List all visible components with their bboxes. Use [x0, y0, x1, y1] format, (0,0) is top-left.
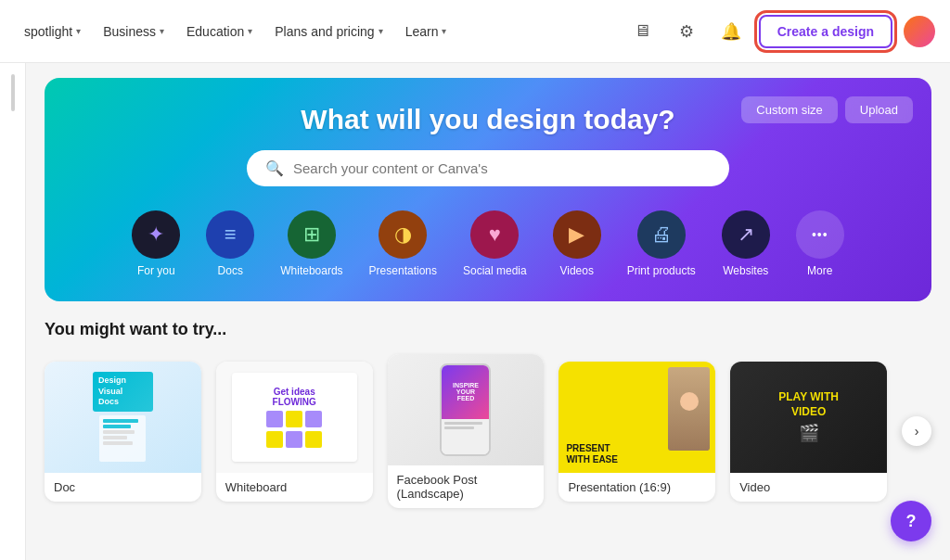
- doc-mini-bars: [99, 415, 146, 462]
- plans-chevron-icon: ▾: [379, 26, 383, 36]
- category-websites[interactable]: ↗ Websites: [709, 205, 783, 283]
- videos-label: Videos: [559, 264, 593, 277]
- wb-text: Get ideasFLOWING: [273, 387, 316, 407]
- pres-text: PRESENTWITH EASE: [566, 443, 618, 465]
- category-row: ✦ For you ≡ Docs ⊞ Whiteboards ◑ Present…: [67, 205, 909, 283]
- category-foryou[interactable]: ✦ For you: [119, 205, 193, 283]
- more-label: More: [807, 264, 832, 277]
- search-input[interactable]: [293, 160, 711, 176]
- notifications-icon[interactable]: 🔔: [714, 15, 748, 48]
- nav-right: 🖥 ⚙ 🔔 Create a design: [625, 15, 935, 48]
- doc-card-label: Doc: [45, 473, 201, 502]
- suggestions-title: You might want to try...: [45, 320, 931, 339]
- upload-button[interactable]: Upload: [845, 96, 913, 123]
- fb-card-label: Facebook Post (Landscape): [388, 465, 545, 508]
- sidebar: [0, 63, 26, 560]
- nav-left: spotlight ▾ Business ▾ Education ▾ Plans…: [15, 19, 456, 45]
- category-more[interactable]: ••• More: [783, 205, 857, 283]
- category-videos[interactable]: ▶ Videos: [540, 205, 614, 283]
- whiteboard-thumbnail: Get ideasFLOWING: [216, 362, 373, 473]
- phone-mockup: INSPIREYOURFEED: [440, 363, 491, 456]
- category-presentations[interactable]: ◑ Presentations: [356, 205, 450, 283]
- card-facebook-post[interactable]: INSPIREYOURFEED Facebook Post (Landscape…: [388, 354, 545, 508]
- category-whiteboards[interactable]: ⊞ Whiteboards: [267, 205, 355, 283]
- pres-person: [668, 367, 710, 451]
- nav-learn[interactable]: Learn ▾: [396, 19, 456, 45]
- category-docs[interactable]: ≡ Docs: [193, 205, 267, 283]
- nav-education[interactable]: Education ▾: [177, 19, 262, 45]
- whiteboards-label: Whiteboards: [280, 264, 342, 277]
- docs-icon: ≡: [206, 210, 254, 259]
- card-presentation[interactable]: PRESENTWITH EASE Presentation (16:9): [558, 362, 715, 502]
- settings-icon[interactable]: ⚙: [670, 15, 703, 48]
- presentations-label: Presentations: [369, 264, 437, 277]
- whiteboards-icon: ⊞: [288, 210, 336, 259]
- websites-label: Websites: [723, 264, 768, 277]
- fb-thumbnail: INSPIREYOURFEED: [388, 354, 545, 465]
- hero-banner: Custom size Upload What will you design …: [45, 78, 931, 301]
- layout: Custom size Upload What will you design …: [0, 63, 950, 560]
- search-icon: 🔍: [265, 159, 284, 177]
- websites-icon: ↗: [722, 210, 770, 259]
- nav-business[interactable]: Business ▾: [94, 19, 173, 45]
- social-icon: ♥: [470, 210, 519, 259]
- foryou-icon: ✦: [132, 210, 180, 259]
- presentation-card-label: Presentation (16:9): [558, 473, 715, 502]
- nav-plans[interactable]: Plans and pricing ▾: [265, 19, 392, 45]
- hero-buttons: Custom size Upload: [741, 96, 913, 123]
- phone-inner: INSPIREYOURFEED: [442, 365, 489, 419]
- doc-thumbnail: DesignVisualDocs: [45, 362, 201, 473]
- videos-icon: ▶: [553, 210, 601, 259]
- help-button[interactable]: ?: [891, 501, 931, 541]
- wb-blocks: [266, 411, 322, 427]
- spotlight-chevron-icon: ▾: [76, 26, 81, 36]
- card-whiteboard[interactable]: Get ideasFLOWING: [216, 362, 373, 502]
- card-doc[interactable]: DesignVisualDocs Doc: [45, 362, 201, 502]
- search-container: 🔍: [247, 150, 729, 186]
- scroll-next-button[interactable]: ›: [902, 416, 931, 446]
- wb-inner: Get ideasFLOWING: [232, 373, 357, 462]
- nav-spotlight[interactable]: spotlight ▾: [15, 19, 90, 45]
- create-design-button[interactable]: Create a design: [759, 15, 892, 48]
- doc-book-cover: DesignVisualDocs: [93, 372, 153, 412]
- cards-container: DesignVisualDocs Doc: [45, 354, 931, 508]
- video-text: PLAY WITHVIDEO: [778, 390, 839, 419]
- video-card-label: Video: [730, 473, 887, 502]
- docs-label: Docs: [218, 264, 243, 277]
- category-print[interactable]: 🖨 Print products: [614, 205, 709, 283]
- print-icon: 🖨: [637, 210, 686, 259]
- custom-size-button[interactable]: Custom size: [741, 96, 838, 123]
- social-label: Social media: [463, 264, 527, 277]
- presentation-thumbnail: PRESENTWITH EASE: [558, 362, 715, 473]
- whiteboard-card-label: Whiteboard: [216, 473, 373, 502]
- sidebar-handle[interactable]: [11, 74, 15, 111]
- card-video[interactable]: PLAY WITHVIDEO 🎬 Video: [730, 362, 887, 502]
- suggestions-section: You might want to try... DesignVisualDoc…: [26, 301, 950, 527]
- avatar[interactable]: [904, 16, 935, 47]
- print-label: Print products: [627, 264, 696, 277]
- presentations-icon: ◑: [379, 210, 427, 259]
- doc-thumb-content: DesignVisualDocs: [93, 372, 153, 462]
- business-chevron-icon: ▾: [160, 26, 164, 36]
- category-social[interactable]: ♥ Social media: [450, 205, 540, 283]
- more-icon: •••: [796, 210, 844, 259]
- foryou-label: For you: [137, 264, 175, 277]
- video-thumbnail: PLAY WITHVIDEO 🎬: [730, 362, 887, 473]
- education-chevron-icon: ▾: [248, 26, 252, 36]
- learn-chevron-icon: ▾: [442, 26, 446, 36]
- main-content: Custom size Upload What will you design …: [26, 63, 950, 560]
- navbar: spotlight ▾ Business ▾ Education ▾ Plans…: [0, 0, 950, 63]
- monitor-icon[interactable]: 🖥: [625, 15, 659, 48]
